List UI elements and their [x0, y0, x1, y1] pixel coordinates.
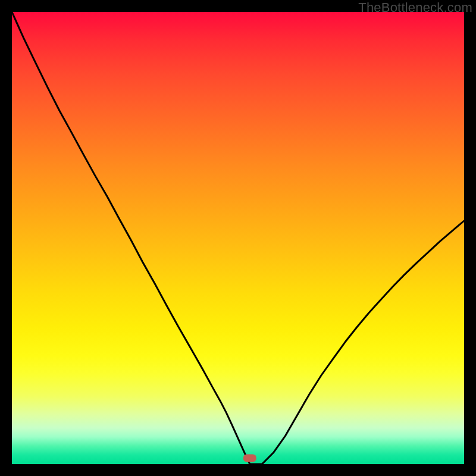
min-marker-lozenge: [243, 455, 256, 462]
bottleneck-curve: [12, 12, 464, 464]
plot-area: [12, 12, 464, 464]
bottleneck-curve-svg: [12, 12, 464, 464]
chart-frame: TheBottleneck.com: [0, 0, 476, 476]
